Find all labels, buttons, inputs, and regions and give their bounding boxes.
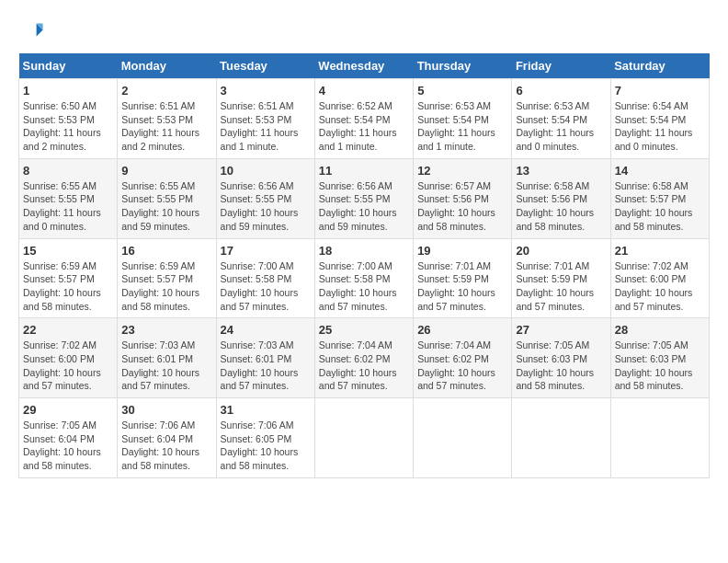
day-number: 5 [417, 84, 507, 98]
page-header [18, 18, 710, 44]
week-row-2: 8 Sunrise: 6:55 AM Sunset: 5:55 PM Dayli… [19, 158, 710, 238]
day-number: 14 [615, 164, 705, 178]
day-cell-6: 6 Sunrise: 6:53 AM Sunset: 5:54 PM Dayli… [512, 79, 610, 159]
day-number: 17 [221, 244, 311, 258]
day-cell-2: 2 Sunrise: 6:51 AM Sunset: 5:53 PM Dayli… [118, 79, 216, 159]
day-cell-26: 26 Sunrise: 7:04 AM Sunset: 6:02 PM Dayl… [414, 318, 512, 398]
day-info: Sunrise: 6:51 AM Sunset: 5:53 PM Dayligh… [221, 99, 311, 154]
day-number: 21 [615, 244, 705, 258]
day-cell-7: 7 Sunrise: 6:54 AM Sunset: 5:54 PM Dayli… [610, 79, 709, 159]
day-number: 28 [615, 323, 705, 337]
day-number: 7 [615, 84, 705, 98]
day-cell-13: 13 Sunrise: 6:58 AM Sunset: 5:56 PM Dayl… [512, 158, 610, 238]
day-info: Sunrise: 6:57 AM Sunset: 5:56 PM Dayligh… [417, 179, 507, 234]
day-cell-14: 14 Sunrise: 6:58 AM Sunset: 5:57 PM Dayl… [610, 158, 709, 238]
week-row-4: 22 Sunrise: 7:02 AM Sunset: 6:00 PM Dayl… [19, 318, 710, 398]
day-cell-24: 24 Sunrise: 7:03 AM Sunset: 6:01 PM Dayl… [216, 318, 314, 398]
day-info: Sunrise: 6:56 AM Sunset: 5:55 PM Dayligh… [319, 179, 409, 234]
day-cell-28: 28 Sunrise: 7:05 AM Sunset: 6:03 PM Dayl… [610, 318, 709, 398]
day-number: 25 [319, 323, 409, 337]
day-cell-empty [512, 398, 610, 478]
day-cell-10: 10 Sunrise: 6:56 AM Sunset: 5:55 PM Dayl… [216, 158, 314, 238]
day-info: Sunrise: 6:51 AM Sunset: 5:53 PM Dayligh… [121, 99, 211, 154]
day-cell-16: 16 Sunrise: 6:59 AM Sunset: 5:57 PM Dayl… [118, 238, 216, 318]
day-info: Sunrise: 6:59 AM Sunset: 5:57 PM Dayligh… [23, 259, 113, 314]
day-info: Sunrise: 7:00 AM Sunset: 5:58 PM Dayligh… [221, 259, 311, 314]
day-number: 3 [221, 84, 311, 98]
week-row-5: 29 Sunrise: 7:05 AM Sunset: 6:04 PM Dayl… [19, 398, 710, 478]
day-cell-5: 5 Sunrise: 6:53 AM Sunset: 5:54 PM Dayli… [414, 79, 512, 159]
day-info: Sunrise: 6:58 AM Sunset: 5:57 PM Dayligh… [615, 179, 705, 234]
logo [18, 18, 48, 44]
day-info: Sunrise: 6:55 AM Sunset: 5:55 PM Dayligh… [23, 179, 113, 234]
day-cell-20: 20 Sunrise: 7:01 AM Sunset: 5:59 PM Dayl… [512, 238, 610, 318]
day-info: Sunrise: 6:53 AM Sunset: 5:54 PM Dayligh… [417, 99, 507, 154]
day-info: Sunrise: 6:53 AM Sunset: 5:54 PM Dayligh… [516, 99, 606, 154]
day-info: Sunrise: 7:01 AM Sunset: 5:59 PM Dayligh… [417, 259, 507, 314]
header-monday: Monday [118, 53, 216, 79]
day-info: Sunrise: 7:02 AM Sunset: 6:00 PM Dayligh… [615, 259, 705, 314]
day-info: Sunrise: 7:04 AM Sunset: 6:02 PM Dayligh… [319, 339, 409, 393]
header-sunday: Sunday [19, 53, 118, 79]
day-cell-27: 27 Sunrise: 7:05 AM Sunset: 6:03 PM Dayl… [512, 318, 610, 398]
day-number: 23 [121, 323, 211, 337]
day-cell-18: 18 Sunrise: 7:00 AM Sunset: 5:58 PM Dayl… [314, 238, 413, 318]
day-info: Sunrise: 6:58 AM Sunset: 5:56 PM Dayligh… [516, 179, 606, 234]
header-thursday: Thursday [414, 53, 512, 79]
day-number: 4 [319, 84, 409, 98]
day-info: Sunrise: 7:05 AM Sunset: 6:03 PM Dayligh… [516, 339, 606, 393]
day-number: 15 [23, 244, 113, 258]
day-cell-21: 21 Sunrise: 7:02 AM Sunset: 6:00 PM Dayl… [610, 238, 709, 318]
day-cell-empty [314, 398, 413, 478]
day-cell-12: 12 Sunrise: 6:57 AM Sunset: 5:56 PM Dayl… [414, 158, 512, 238]
day-cell-4: 4 Sunrise: 6:52 AM Sunset: 5:54 PM Dayli… [314, 79, 413, 159]
day-cell-15: 15 Sunrise: 6:59 AM Sunset: 5:57 PM Dayl… [19, 238, 118, 318]
header-wednesday: Wednesday [314, 53, 413, 79]
day-number: 26 [417, 323, 507, 337]
logo-icon [18, 18, 44, 44]
day-cell-empty [610, 398, 709, 478]
day-info: Sunrise: 7:00 AM Sunset: 5:58 PM Dayligh… [319, 259, 409, 314]
day-info: Sunrise: 7:01 AM Sunset: 5:59 PM Dayligh… [516, 259, 606, 314]
day-info: Sunrise: 7:06 AM Sunset: 6:05 PM Dayligh… [221, 419, 311, 473]
day-number: 2 [121, 84, 211, 98]
day-number: 22 [23, 323, 113, 337]
week-row-3: 15 Sunrise: 6:59 AM Sunset: 5:57 PM Dayl… [19, 238, 710, 318]
day-cell-19: 19 Sunrise: 7:01 AM Sunset: 5:59 PM Dayl… [414, 238, 512, 318]
day-info: Sunrise: 6:59 AM Sunset: 5:57 PM Dayligh… [121, 259, 211, 314]
day-info: Sunrise: 6:50 AM Sunset: 5:53 PM Dayligh… [23, 99, 113, 154]
header-friday: Friday [512, 53, 610, 79]
day-cell-8: 8 Sunrise: 6:55 AM Sunset: 5:55 PM Dayli… [19, 158, 118, 238]
day-cell-9: 9 Sunrise: 6:55 AM Sunset: 5:55 PM Dayli… [118, 158, 216, 238]
day-cell-29: 29 Sunrise: 7:05 AM Sunset: 6:04 PM Dayl… [19, 398, 118, 478]
day-number: 11 [319, 164, 409, 178]
day-number: 8 [23, 164, 113, 178]
day-number: 30 [121, 403, 211, 417]
day-info: Sunrise: 7:05 AM Sunset: 6:04 PM Dayligh… [23, 419, 113, 473]
day-cell-23: 23 Sunrise: 7:03 AM Sunset: 6:01 PM Dayl… [118, 318, 216, 398]
day-cell-3: 3 Sunrise: 6:51 AM Sunset: 5:53 PM Dayli… [216, 79, 314, 159]
day-number: 1 [23, 84, 113, 98]
day-number: 13 [516, 164, 606, 178]
day-cell-11: 11 Sunrise: 6:56 AM Sunset: 5:55 PM Dayl… [314, 158, 413, 238]
day-number: 6 [516, 84, 606, 98]
day-cell-31: 31 Sunrise: 7:06 AM Sunset: 6:05 PM Dayl… [216, 398, 314, 478]
day-number: 18 [319, 244, 409, 258]
day-number: 16 [121, 244, 211, 258]
day-info: Sunrise: 7:04 AM Sunset: 6:02 PM Dayligh… [417, 339, 507, 393]
calendar-table: SundayMondayTuesdayWednesdayThursdayFrid… [18, 53, 710, 478]
day-number: 20 [516, 244, 606, 258]
day-number: 27 [516, 323, 606, 337]
day-info: Sunrise: 6:54 AM Sunset: 5:54 PM Dayligh… [615, 99, 705, 154]
week-row-1: 1 Sunrise: 6:50 AM Sunset: 5:53 PM Dayli… [19, 79, 710, 159]
day-cell-25: 25 Sunrise: 7:04 AM Sunset: 6:02 PM Dayl… [314, 318, 413, 398]
day-cell-1: 1 Sunrise: 6:50 AM Sunset: 5:53 PM Dayli… [19, 79, 118, 159]
day-number: 19 [417, 244, 507, 258]
day-info: Sunrise: 7:02 AM Sunset: 6:00 PM Dayligh… [23, 339, 113, 393]
day-info: Sunrise: 7:06 AM Sunset: 6:04 PM Dayligh… [121, 419, 211, 473]
day-info: Sunrise: 6:52 AM Sunset: 5:54 PM Dayligh… [319, 99, 409, 154]
day-number: 10 [221, 164, 311, 178]
day-info: Sunrise: 7:03 AM Sunset: 6:01 PM Dayligh… [221, 339, 311, 393]
day-info: Sunrise: 7:05 AM Sunset: 6:03 PM Dayligh… [615, 339, 705, 393]
day-info: Sunrise: 7:03 AM Sunset: 6:01 PM Dayligh… [121, 339, 211, 393]
